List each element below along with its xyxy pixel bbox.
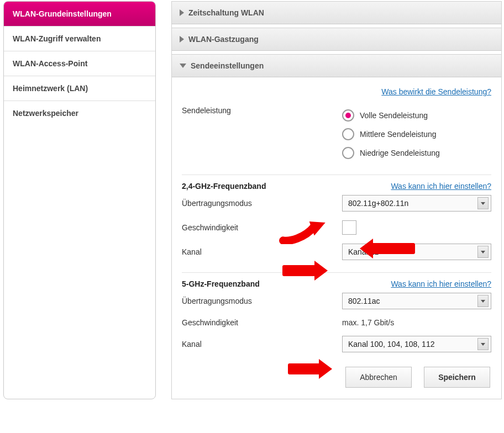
sidebar-item-heimnetzwerk[interactable]: Heimnetzwerk (LAN): [4, 76, 155, 101]
footer: Abbrechen Speichern: [172, 357, 501, 399]
sidebar-item-label: Heimnetzwerk (LAN): [13, 84, 88, 93]
accordion-sendeeinstellungen[interactable]: Sendeeinstellungen: [172, 54, 501, 77]
radio-volle-sendeleistung[interactable]: Volle Sendeleistung: [342, 106, 440, 125]
help-link-sendeleistung[interactable]: Was bewirkt die Sendeleistung?: [381, 87, 491, 96]
sidebar: WLAN-Grundeinstellungen WLAN-Zugriff ver…: [3, 1, 156, 399]
sidebar-item-label: WLAN-Access-Point: [13, 59, 87, 68]
radio-dot-icon: [342, 109, 354, 122]
value-band5-speed: max. 1,7 Gbit/s: [342, 318, 394, 327]
label-band24-channel: Kanal: [182, 247, 342, 256]
chevron-down-icon: [180, 64, 186, 68]
select-band24-channel[interactable]: Kanal 11: [342, 244, 491, 260]
accordion-title: Zeitschaltung WLAN: [188, 8, 264, 17]
button-label: Speichern: [438, 373, 476, 382]
sidebar-item-wlan-zugriff[interactable]: WLAN-Zugriff verwalten: [4, 26, 155, 51]
radio-mittlere-sendeleistung[interactable]: Mittlere Sendeleistung: [342, 125, 440, 144]
accordion-zeitschaltung[interactable]: Zeitschaltung WLAN: [172, 1, 501, 24]
radio-dot-icon: [342, 147, 354, 159]
radio-dot-icon: [342, 128, 354, 140]
page: WLAN-Grundeinstellungen WLAN-Zugriff ver…: [0, 0, 504, 405]
sidebar-item-netzwerkspeicher[interactable]: Netzwerkspeicher: [4, 101, 155, 125]
dropdown-icon: [477, 338, 489, 350]
label-sendeleistung: Sendeleistung: [182, 106, 342, 115]
dropdown-icon: [477, 197, 489, 209]
dropdown-icon: [477, 246, 489, 258]
accordion-gastzugang[interactable]: WLAN-Gastzugang: [172, 28, 501, 51]
sidebar-item-label: Netzwerkspeicher: [13, 109, 78, 118]
cancel-button[interactable]: Abbrechen: [345, 367, 412, 388]
sidebar-item-wlan-access-point[interactable]: WLAN-Access-Point: [4, 51, 155, 76]
select-value: 802.11g+802.11n: [348, 199, 408, 208]
accordion-title: Sendeeinstellungen: [191, 61, 264, 70]
chevron-right-icon: [180, 36, 184, 43]
select-band5-mode[interactable]: 802.11ac: [342, 293, 491, 309]
accordion-title: WLAN-Gastzugang: [188, 35, 259, 44]
label-band24-speed: Geschwindigkeit: [182, 223, 342, 232]
band24-header: 2,4-GHz-Frequenzband Was kann ich hier e…: [182, 179, 491, 191]
button-label: Abbrechen: [360, 373, 397, 382]
band5-header: 5-GHz-Frequenzband Was kann ich hier ein…: [182, 277, 491, 288]
radio-label: Mittlere Sendeleistung: [360, 130, 437, 139]
sidebar-item-label: WLAN-Zugriff verwalten: [13, 34, 101, 43]
band24-title: 2,4-GHz-Frequenzband: [182, 182, 266, 191]
label-band5-speed: Geschwindigkeit: [182, 318, 342, 327]
section-tx: Was bewirkt die Sendeleistung? Sendeleis…: [172, 77, 501, 357]
label-band5-channel: Kanal: [182, 340, 342, 348]
select-band5-channel[interactable]: Kanal 100, 104, 108, 112: [342, 336, 491, 352]
dropdown-icon: [477, 295, 489, 307]
separator: [182, 272, 491, 273]
help-link-band24[interactable]: Was kann ich hier einstellen?: [391, 182, 491, 191]
radio-niedrige-sendeleistung[interactable]: Niedrige Sendeleistung: [342, 144, 440, 162]
sidebar-item-wlan-grundeinstellungen[interactable]: WLAN-Grundeinstellungen: [4, 2, 155, 26]
sidebar-item-label: WLAN-Grundeinstellungen: [13, 9, 112, 18]
separator: [182, 175, 491, 175]
help-link-band5[interactable]: Was kann ich hier einstellen?: [391, 279, 491, 288]
select-value: Kanal 100, 104, 108, 112: [348, 340, 434, 348]
main-panel: Zeitschaltung WLAN WLAN-Gastzugang Sende…: [171, 1, 502, 399]
checkbox-band24-speed[interactable]: [342, 220, 356, 235]
select-value: 802.11ac: [348, 297, 380, 305]
save-button[interactable]: Speichern: [424, 367, 490, 388]
radio-group-sendeleistung: Volle Sendeleistung Mittlere Sendeleistu…: [342, 106, 440, 162]
radio-label: Niedrige Sendeleistung: [360, 149, 440, 157]
select-band24-mode[interactable]: 802.11g+802.11n: [342, 195, 491, 212]
label-band24-mode: Übertragungsmodus: [182, 199, 342, 208]
radio-label: Volle Sendeleistung: [360, 111, 428, 120]
chevron-right-icon: [180, 9, 184, 16]
label-band5-mode: Übertragungsmodus: [182, 297, 342, 305]
band5-title: 5-GHz-Frequenzband: [182, 279, 260, 288]
select-value: Kanal 11: [348, 247, 379, 256]
